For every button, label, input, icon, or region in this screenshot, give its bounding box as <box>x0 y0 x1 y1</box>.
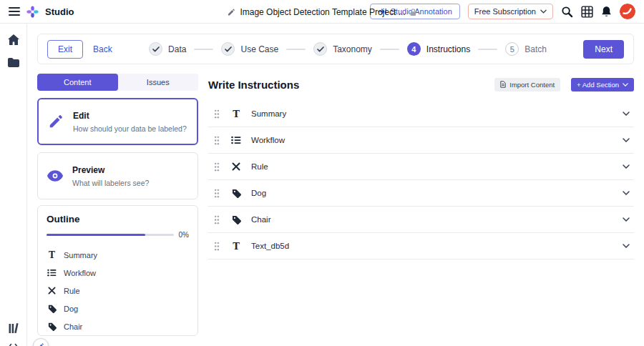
step-batch[interactable]: 5 Batch <box>505 42 547 56</box>
check-icon <box>313 42 327 56</box>
preview-mode-card[interactable]: Preview What will labelers see? <box>37 152 198 199</box>
drag-handle-icon[interactable] <box>214 109 220 119</box>
progress-fill <box>47 234 145 236</box>
import-content-button[interactable]: Import Content <box>494 78 560 92</box>
step-number: 5 <box>505 42 519 56</box>
check-icon <box>221 42 235 56</box>
studio-logo <box>26 6 39 18</box>
home-icon[interactable] <box>8 34 19 45</box>
free-subscription-button[interactable]: Free Subscription <box>468 4 553 19</box>
instructions-editor: Write Instructions Import Content + Add … <box>208 75 634 260</box>
hamburger-menu-icon[interactable] <box>9 6 20 16</box>
topbar: Studio Image Object Detection Template P… <box>0 0 644 24</box>
edit-card-title: Edit <box>73 111 187 121</box>
chevron-down-icon[interactable] <box>623 244 630 248</box>
list-icon <box>47 269 57 277</box>
section-row-summary[interactable]: T Summary <box>208 101 634 127</box>
bell-icon[interactable] <box>601 6 612 18</box>
chevron-down-icon[interactable] <box>623 138 630 142</box>
tag-icon <box>48 322 57 331</box>
text-icon: T <box>233 109 240 119</box>
outline-item-summary[interactable]: T Summary <box>47 246 189 264</box>
outline-item-text[interactable]: T Text_db5d <box>47 335 189 336</box>
outline-title: Outline <box>47 214 189 224</box>
eye-icon <box>47 170 63 182</box>
section-row-text[interactable]: T Text_db5d <box>208 233 634 260</box>
section-row-workflow[interactable]: Workflow <box>208 127 634 154</box>
library-icon[interactable] <box>9 323 19 333</box>
list-icon <box>231 136 241 144</box>
outline-item-dog[interactable]: Dog <box>47 300 189 317</box>
step-taxonomy[interactable]: Taxonomy <box>313 42 372 56</box>
rule-icon <box>232 162 240 171</box>
drag-handle-icon[interactable] <box>214 242 220 251</box>
step-instructions[interactable]: 4 Instructions <box>407 42 470 56</box>
step-data[interactable]: Data <box>149 42 186 56</box>
apps-grid-icon[interactable] <box>581 6 593 18</box>
chevron-down-icon[interactable] <box>623 191 630 195</box>
step-connector <box>478 49 497 50</box>
page-title: Write Instructions <box>208 79 299 91</box>
tab-content[interactable]: Content <box>37 74 118 91</box>
avatar[interactable] <box>620 4 635 19</box>
chevron-down-icon <box>623 83 628 86</box>
app-name: Studio <box>45 6 74 17</box>
folder-icon[interactable] <box>8 58 19 67</box>
section-row-dog[interactable]: Dog <box>208 180 634 207</box>
section-row-rule[interactable]: Rule <box>208 154 634 180</box>
section-row-chair[interactable]: Chair <box>208 207 634 233</box>
next-button[interactable]: Next <box>583 40 624 59</box>
drag-handle-icon[interactable] <box>214 162 220 172</box>
drag-handle-icon[interactable] <box>214 136 220 145</box>
edit-card-subtitle: How should your data be labeled? <box>73 124 187 133</box>
progress-track <box>47 234 174 236</box>
outline-item-workflow[interactable]: Workflow <box>47 264 189 282</box>
preview-card-title: Preview <box>72 165 149 175</box>
step-connector <box>286 49 306 50</box>
tag-icon <box>232 189 241 198</box>
code-icon[interactable] <box>8 343 19 346</box>
outline-item-rule[interactable]: Rule <box>47 282 189 300</box>
add-section-button[interactable]: + Add Section <box>571 78 634 92</box>
document-title[interactable]: Image Object Detection Template Project … <box>240 7 405 17</box>
text-icon: T <box>49 251 55 260</box>
rule-icon <box>48 287 56 295</box>
outline-progress: 0% <box>47 231 189 239</box>
chevron-down-icon[interactable] <box>623 112 630 116</box>
step-connector <box>380 49 399 50</box>
back-link[interactable]: Back <box>93 44 112 54</box>
stepper-steps: Data Use Case Taxonomy 4 Instructions 5 … <box>112 42 584 56</box>
section-list: T Summary Workflow Rul <box>208 101 634 260</box>
preview-card-subtitle: What will labelers see? <box>72 179 149 187</box>
chevron-down-icon <box>540 9 547 14</box>
text-icon: T <box>233 242 240 251</box>
step-number: 4 <box>407 42 421 56</box>
document-icon <box>500 81 506 88</box>
progress-percent: 0% <box>179 231 189 239</box>
content-issues-tabs: Content Issues <box>37 74 198 91</box>
wizard-stepper-bar: Exit Back Data Use Case Taxonomy 4 Instr… <box>37 34 634 64</box>
outline-item-chair[interactable]: Chair <box>47 317 189 335</box>
edit-mode-card[interactable]: Edit How should your data be labeled? <box>37 98 198 145</box>
pencil-icon <box>227 8 235 16</box>
chevron-down-icon[interactable] <box>623 217 630 222</box>
drag-handle-icon[interactable] <box>214 189 220 198</box>
edit-fab[interactable] <box>33 338 49 346</box>
left-rail <box>0 24 27 346</box>
check-icon <box>149 42 162 56</box>
outline-panel: Outline 0% T Summary Workflow Rule Dog <box>37 205 198 336</box>
chevron-down-icon[interactable] <box>623 164 630 169</box>
tag-icon <box>232 215 241 224</box>
step-connector <box>194 49 213 50</box>
pencil-icon <box>48 114 64 129</box>
step-use-case[interactable]: Use Case <box>221 42 278 56</box>
tab-issues[interactable]: Issues <box>118 74 199 91</box>
pencil-icon <box>37 342 44 346</box>
drag-handle-icon[interactable] <box>214 215 220 224</box>
tag-icon <box>48 305 57 313</box>
lock-icon <box>410 8 417 16</box>
search-icon[interactable] <box>561 6 573 18</box>
exit-button[interactable]: Exit <box>47 40 83 59</box>
